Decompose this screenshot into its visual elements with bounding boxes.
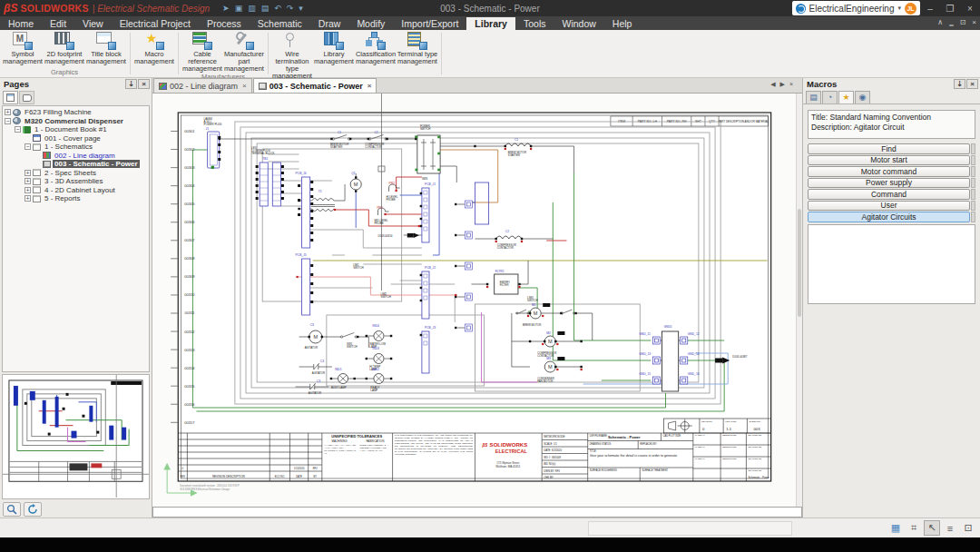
macros-pin-icon[interactable]: ⇣	[954, 79, 965, 89]
menu-item[interactable]: Library	[466, 17, 515, 30]
tree-expander-icon[interactable]	[24, 195, 31, 202]
quick-access-button[interactable]: ➤	[222, 4, 230, 13]
thumbnail-preview[interactable]	[2, 374, 150, 499]
menu-item[interactable]: Modify	[348, 17, 393, 30]
mdi-minimize-icon[interactable]: ∧	[937, 18, 943, 26]
status-toggle-button[interactable]: ↖	[924, 520, 940, 536]
menu-item[interactable]: Edit	[42, 17, 74, 30]
tree-item[interactable]: 1 - Schematics	[3, 143, 149, 152]
mdi-restore-icon[interactable]: ⊡	[960, 18, 966, 26]
zoom-preview-button[interactable]	[3, 502, 21, 517]
restore-button[interactable]: ❐	[940, 4, 960, 14]
account-menu[interactable]: ElectricalEngineering ▾ JL	[792, 1, 920, 15]
macros-tab[interactable]: ▤	[806, 91, 821, 104]
tree-expander-icon[interactable]	[5, 118, 11, 124]
macros-tab[interactable]: ◉	[855, 91, 870, 104]
mdi-underscore-icon[interactable]: ‗	[949, 18, 953, 26]
close-button[interactable]: ×	[960, 4, 980, 14]
menu-item[interactable]: Schematic	[250, 17, 310, 30]
books-view-tab[interactable]	[19, 91, 34, 104]
quick-access-button[interactable]: ▤	[261, 4, 270, 13]
tree-item[interactable]: 003 - Schematic - Power	[3, 160, 149, 169]
ribbon-button-library-management[interactable]: Library management	[313, 31, 355, 80]
status-toggle-button[interactable]: ⊡	[960, 520, 976, 536]
menu-item[interactable]: Draw	[310, 17, 349, 30]
tree-item[interactable]: 1 - Document Book #1	[3, 125, 149, 134]
macro-group-button[interactable]: Find	[808, 143, 970, 154]
menu-item[interactable]: Home	[0, 17, 42, 30]
minimize-button[interactable]: –	[920, 4, 940, 14]
macros-tab[interactable]: ★	[838, 91, 854, 104]
macro-group-button[interactable]: Power supply	[808, 178, 970, 189]
ribbon-button-manufacturer-part-management[interactable]: Manufacturer part management	[223, 31, 265, 73]
tree-expander-icon[interactable]	[34, 153, 41, 159]
pages-view-tab[interactable]	[3, 91, 18, 104]
ribbon-button-symbol-management[interactable]: MSymbol management	[2, 31, 44, 68]
schematic-sheet[interactable]: ITEM PART NO. LH PART NO. RH SHT QTY PAR…	[152, 94, 802, 507]
ribbon-button-wire-termination-type-management[interactable]: Wire termination type management	[271, 31, 313, 80]
quick-access-button[interactable]: ▥	[248, 4, 256, 13]
menu-item[interactable]: View	[74, 17, 112, 30]
ribbon-button-2d-footprint-management[interactable]: 2D footprint management	[44, 31, 85, 68]
tree-expander-icon[interactable]	[24, 187, 31, 193]
os-taskbar[interactable]	[0, 537, 980, 552]
tree-item[interactable]: 2 - Spec Sheets	[3, 169, 149, 178]
tab-scroll-left-icon[interactable]: ◀	[770, 81, 775, 88]
menu-item[interactable]: Tools	[515, 17, 554, 30]
tree-item[interactable]: F623 Filling Machine	[3, 108, 149, 117]
tree-item[interactable]: 3 - 3D Assemblies	[3, 177, 149, 186]
menu-item[interactable]: Process	[199, 17, 250, 30]
macros-close-icon[interactable]: ×	[966, 79, 978, 89]
macro-group-button[interactable]: Agitator Circuits	[808, 212, 970, 222]
status-toggle-button[interactable]: ▦	[887, 520, 904, 536]
tab-close-icon[interactable]: ×	[368, 82, 372, 90]
tree-item[interactable]: 001 - Cover page	[3, 134, 149, 143]
quick-access-button[interactable]: ↷	[287, 4, 294, 13]
tree-expander-icon[interactable]	[15, 126, 21, 133]
tab-close-icon[interactable]: ×	[242, 82, 247, 90]
pages-close-icon[interactable]: ×	[138, 79, 150, 89]
tree-item[interactable]: 4 - 2D Cabinet Layout	[3, 186, 149, 195]
tab-list-close-icon[interactable]: ×	[789, 81, 793, 88]
document-tab[interactable]: 003 - Schematic - Power ×	[253, 78, 377, 93]
ribbon-button-terminal-type-management[interactable]: Terminal type management	[397, 31, 438, 80]
tree-expander-icon[interactable]	[24, 135, 31, 142]
document-tab[interactable]: 002 - Line diagram ×	[153, 78, 252, 93]
tree-expander-icon[interactable]	[34, 161, 41, 167]
avatar[interactable]: JL	[905, 3, 916, 15]
tree-item[interactable]: 002 - Line diagram	[3, 152, 149, 161]
tree-item[interactable]: 5 - Reports	[3, 194, 149, 203]
canvas-scrollbar[interactable]	[796, 94, 802, 507]
tab-scroll-right-icon[interactable]: ▶	[780, 81, 785, 88]
quick-access-button[interactable]: ↶	[274, 4, 281, 13]
macro-list-scroll-strip[interactable]	[971, 143, 975, 222]
macro-group-button[interactable]: Command	[808, 189, 970, 200]
tree-expander-icon[interactable]	[24, 170, 31, 176]
menu-item[interactable]: Help	[604, 17, 641, 30]
command-input[interactable]	[152, 507, 802, 518]
refresh-preview-button[interactable]	[24, 502, 42, 517]
ribbon-button-title-block-management[interactable]: Title block management	[85, 31, 127, 68]
tree-expander-icon[interactable]	[24, 143, 31, 150]
menu-item[interactable]: Electrical Project	[112, 17, 199, 30]
quick-access-button[interactable]: ▣	[235, 4, 243, 13]
quick-access-button[interactable]: ▾	[299, 4, 303, 13]
macro-group-button[interactable]: User	[808, 201, 970, 212]
tree-item[interactable]: M320 Commercial Dispenser	[3, 117, 149, 126]
ribbon-button-cable-reference-management[interactable]: Cable reference management	[181, 31, 223, 73]
drawing-canvas[interactable]: ◀ ▶ × ITEM PART NO. LH	[152, 94, 802, 507]
macro-group-button[interactable]: Motor start	[808, 155, 970, 166]
status-toggle-button[interactable]: ⌗	[906, 520, 922, 536]
macros-tab[interactable]: ◔	[822, 91, 838, 104]
menu-item[interactable]: Window	[554, 17, 603, 30]
tree-expander-icon[interactable]	[24, 178, 31, 184]
status-toggle-button[interactable]: ≡	[942, 520, 958, 536]
ribbon-button-classification-management[interactable]: Classification management	[355, 31, 397, 80]
tree-expander-icon[interactable]	[5, 109, 11, 115]
mdi-close-icon[interactable]: ×	[972, 18, 976, 26]
macro-group-button[interactable]: Motor command	[808, 166, 970, 177]
pages-pin-icon[interactable]: ⇣	[125, 79, 137, 89]
ribbon-button-macro-management[interactable]: ★Macro management	[133, 31, 175, 68]
menu-item[interactable]: Import/Export	[393, 17, 466, 30]
macro-items-area[interactable]	[808, 224, 975, 304]
